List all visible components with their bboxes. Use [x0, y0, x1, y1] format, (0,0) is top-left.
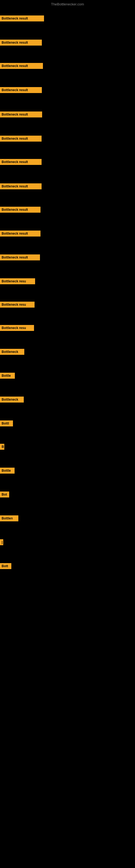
bottleneck-result-label-16: Bottle: [0, 373, 15, 379]
bottleneck-result-label-6: Bottleneck result: [0, 135, 42, 142]
bottleneck-result-label-1: Bottleneck result: [0, 16, 44, 22]
bottleneck-result-label-22: Bottlen: [0, 516, 18, 521]
bottleneck-result-label-12: Bottleneck resu: [0, 278, 35, 284]
site-title: TheBottlenecker.com: [51, 2, 84, 6]
bottleneck-result-label-3: Bottleneck result: [0, 63, 43, 69]
bottleneck-result-label-9: Bottleneck result: [0, 207, 41, 213]
bottleneck-result-label-13: Bottleneck resu: [0, 302, 35, 308]
bottleneck-result-label-17: Bottleneck: [0, 397, 24, 403]
bottleneck-result-label-24: Bott: [0, 563, 11, 569]
bottleneck-result-label-2: Bottleneck result: [0, 40, 42, 45]
bottleneck-result-label-7: Bottleneck result: [0, 159, 42, 165]
bottleneck-result-label-8: Bottleneck result: [0, 183, 42, 189]
bottleneck-result-label-18: Bottl: [0, 421, 13, 426]
bottleneck-result-label-19: B: [0, 444, 4, 450]
bottleneck-result-label-20: Bottle: [0, 468, 14, 474]
bottleneck-result-label-4: Bottleneck result: [0, 87, 42, 93]
bottleneck-result-label-10: Bottleneck result: [0, 230, 41, 237]
bottleneck-result-label-14: Bottleneck resu: [0, 325, 34, 331]
bottleneck-result-label-11: Bottleneck result: [0, 254, 40, 260]
bottleneck-result-label-23: |: [0, 539, 3, 545]
bottleneck-result-label-5: Bottleneck result: [0, 112, 42, 118]
bottleneck-result-label-21: Bot: [0, 492, 9, 497]
bottleneck-result-label-15: Bottleneck: [0, 349, 24, 355]
